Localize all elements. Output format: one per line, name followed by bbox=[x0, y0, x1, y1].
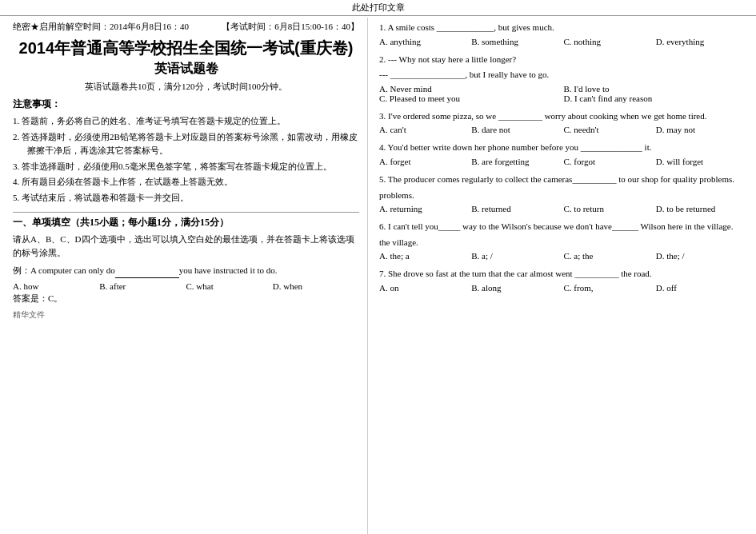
example-block: 例：A computer can only do you have instru… bbox=[13, 264, 359, 279]
q1-opt-a: A. anything bbox=[379, 37, 471, 46]
q3-opt-b: B. dare not bbox=[471, 125, 563, 134]
q2-opt-b: B. I'd love to bbox=[564, 84, 749, 94]
q1-opt-d: D. everything bbox=[656, 37, 748, 46]
q5-opt-b: B. returned bbox=[471, 204, 563, 213]
notice-item-1: 1. 答题前，务必将自己的姓名、准考证号填写在答题卡规定的位置上。 bbox=[13, 114, 359, 129]
section-divider bbox=[13, 212, 359, 213]
q3-opt-d: D. may not bbox=[656, 125, 748, 134]
q6-options: A. the; a B. a; / C. a; the D. the; / bbox=[379, 251, 748, 261]
q5-options: A. returning B. returned C. to return D.… bbox=[379, 204, 748, 213]
q4-opt-c: C. forgot bbox=[564, 157, 656, 166]
section-desc: 请从A、B、C、D四个选项中，选出可以填入空白处的最佳选项，并在答题卡上将该选项… bbox=[13, 233, 359, 261]
q1-opt-b: B. something bbox=[471, 37, 563, 46]
notice-item-4: 4. 所有题目必须在答题卡上作答，在试题卷上答题无效。 bbox=[13, 175, 359, 189]
notice-item-3: 3. 答非选择题时，必须使用0.5毫米黑色签字笔，将答案写在答题卡规定的位置上。 bbox=[13, 160, 359, 174]
q2-opt-c: C. Pleased to meet you bbox=[379, 94, 564, 103]
q5-opt-a: A. returning bbox=[379, 204, 471, 213]
q6-opt-b: B. a; / bbox=[471, 251, 563, 261]
example-blank bbox=[115, 264, 179, 279]
question-6: 6. I can't tell you_____ way to the Wils… bbox=[379, 220, 748, 261]
q7-options: A. on B. along C. from, D. off bbox=[379, 283, 748, 293]
q2-opt-a: A. Never mind bbox=[379, 84, 564, 94]
q7-opt-a: A. on bbox=[379, 283, 471, 293]
question-7: 7. She drove so fast at the turn that th… bbox=[379, 267, 748, 293]
q4-opt-b: B. are forgetting bbox=[471, 157, 563, 166]
q6-opt-a: A. the; a bbox=[379, 251, 471, 261]
q6-text: 6. I can't tell you_____ way to the Wils… bbox=[379, 220, 748, 234]
q4-options: A. forget B. are forgetting C. forgot D.… bbox=[379, 157, 748, 166]
q3-options: A. can't B. dare not C. needn't D. may n… bbox=[379, 125, 748, 134]
question-3: 3. I've ordered some pizza, so we ______… bbox=[379, 110, 748, 135]
example-option-b: B. after bbox=[99, 281, 186, 291]
q5-problems: problems. bbox=[379, 189, 748, 203]
q3-opt-a: A. can't bbox=[379, 125, 471, 134]
q7-text: 7. She drove so fast at the turn that th… bbox=[379, 267, 748, 281]
q4-opt-a: A. forget bbox=[379, 157, 471, 166]
question-2: 2. --- Why not stay here a little longer… bbox=[379, 53, 748, 103]
header-left: 绝密★启用前解空时间：2014年6月8日16：40 bbox=[13, 21, 189, 33]
q6-village: the village. bbox=[379, 236, 748, 250]
answer-line: 答案是：C。 bbox=[13, 293, 359, 305]
q3-text: 3. I've ordered some pizza, so we ______… bbox=[379, 110, 748, 124]
q6-opt-c: C. a; the bbox=[564, 251, 656, 261]
footer-line: 精华文件 bbox=[13, 309, 359, 321]
top-bar: 此处打印文章 bbox=[0, 0, 756, 16]
example-label: 例：A computer can only do bbox=[13, 265, 115, 275]
q3-opt-c: C. needn't bbox=[564, 125, 656, 134]
q4-text: 4. You'd better write down her phone num… bbox=[379, 141, 748, 155]
q7-opt-b: B. along bbox=[471, 283, 563, 293]
notice-item-2: 2. 答选择题时，必须使用2B铅笔将答题卡上对应题目的答案标号涂黑，如需改动，用… bbox=[13, 130, 359, 158]
example-option-a: A. how bbox=[13, 281, 99, 291]
notice-title: 注意事项： bbox=[13, 98, 359, 111]
header-info: 绝密★启用前解空时间：2014年6月8日16：40 【考试时间：6月8日15:0… bbox=[13, 21, 359, 33]
q2-options2: C. Pleased to meet you D. I can't find a… bbox=[379, 94, 748, 103]
question-1: 1. A smile costs _____________, but give… bbox=[379, 21, 748, 46]
example-option-c: C. what bbox=[186, 281, 273, 291]
example-rest: you have instructed it to do. bbox=[179, 265, 278, 275]
content-wrapper: 绝密★启用前解空时间：2014年6月8日16：40 【考试时间：6月8日15:0… bbox=[0, 18, 756, 534]
q1-text: 1. A smile costs _____________, but give… bbox=[379, 21, 748, 35]
q6-opt-d: D. the; / bbox=[656, 251, 748, 261]
q1-options: A. anything B. something C. nothing D. e… bbox=[379, 37, 748, 46]
q1-opt-c: C. nothing bbox=[564, 37, 656, 46]
right-column: 1. A smile costs _____________, but give… bbox=[368, 18, 756, 534]
exam-subtitle: 英语试题卷 bbox=[13, 61, 359, 78]
question-5: 5. The producer comes regularly to colle… bbox=[379, 173, 748, 213]
example-options-row: A. how B. after C. what D. when bbox=[13, 281, 359, 291]
exam-desc: 英语试题卷共10页，满分120分，考试时间100分钟。 bbox=[13, 81, 359, 93]
q2-text: 2. --- Why not stay here a little longer… bbox=[379, 53, 748, 67]
header-right: 【考试时间：6月8日15:00-16：40】 bbox=[222, 21, 359, 33]
q2-opt-d: D. I can't find any reason bbox=[564, 94, 749, 103]
section-title: 一、单项填空（共15小题；每小题1分，满分15分） bbox=[13, 216, 359, 229]
q5-opt-d: D. to be returned bbox=[656, 204, 748, 213]
q7-opt-d: D. off bbox=[656, 283, 748, 293]
exam-title: 2014年普通高等学校招生全国统一考试(重庆卷) bbox=[13, 38, 359, 59]
q4-opt-d: D. will forget bbox=[656, 157, 748, 166]
top-bar-label: 此处打印文章 bbox=[352, 2, 405, 12]
q2-text2: --- _________________, but I really have… bbox=[379, 68, 748, 82]
page-container: 此处打印文章 绝密★启用前解空时间：2014年6月8日16：40 【考试时间：6… bbox=[0, 0, 756, 534]
example-option-d: D. when bbox=[273, 281, 359, 291]
notice-item-5: 5. 考试结束后，将试题卷和答题卡一并交回。 bbox=[13, 191, 359, 205]
q2-options: A. Never mind B. I'd love to bbox=[379, 84, 748, 94]
question-4: 4. You'd better write down her phone num… bbox=[379, 141, 748, 166]
left-column: 绝密★启用前解空时间：2014年6月8日16：40 【考试时间：6月8日15:0… bbox=[0, 18, 368, 534]
q5-text: 5. The producer comes regularly to colle… bbox=[379, 173, 748, 187]
q5-opt-c: C. to return bbox=[564, 204, 656, 213]
q7-opt-c: C. from, bbox=[564, 283, 656, 293]
